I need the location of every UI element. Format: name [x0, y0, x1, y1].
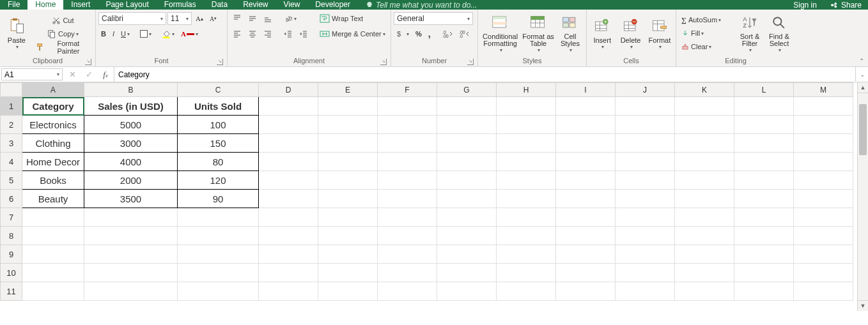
row-header-2[interactable]: 2: [1, 116, 22, 134]
cell-M11[interactable]: [794, 282, 853, 301]
cell-L4[interactable]: [734, 153, 794, 171]
cell-C5[interactable]: 120: [178, 171, 259, 190]
cell-E4[interactable]: [318, 153, 378, 171]
cell-K10[interactable]: [675, 264, 734, 282]
col-header-E[interactable]: E: [318, 83, 378, 97]
increase-decimal-button[interactable]: .0.00: [440, 27, 455, 40]
cell-L10[interactable]: [734, 264, 794, 282]
cell-G1[interactable]: [437, 97, 497, 116]
comma-button[interactable]: ,: [426, 27, 433, 40]
italic-button[interactable]: I: [110, 27, 117, 40]
cell-L5[interactable]: [734, 171, 794, 190]
cell-J10[interactable]: [616, 264, 675, 282]
enter-formula-button[interactable]: ✓: [81, 70, 97, 79]
cell-F1[interactable]: [378, 97, 437, 116]
cell-B11[interactable]: [84, 282, 178, 301]
cell-A4[interactable]: Home Decor: [22, 153, 84, 171]
cell-H9[interactable]: [497, 245, 556, 264]
row-header-10[interactable]: 10: [1, 264, 22, 282]
cell-J9[interactable]: [616, 245, 675, 264]
col-header-F[interactable]: F: [378, 83, 437, 97]
tell-me-search[interactable]: Tell me what you want to do...: [358, 1, 484, 10]
cell-I3[interactable]: [556, 134, 616, 153]
cell-D10[interactable]: [259, 264, 318, 282]
cell-D3[interactable]: [259, 134, 318, 153]
cell-F8[interactable]: [378, 227, 437, 245]
bold-button[interactable]: B: [98, 27, 109, 40]
cell-E9[interactable]: [318, 245, 378, 264]
cell-H10[interactable]: [497, 264, 556, 282]
cell-I6[interactable]: [556, 190, 616, 208]
align-top-button[interactable]: [230, 12, 244, 25]
cell-E1[interactable]: [318, 97, 378, 116]
cell-E8[interactable]: [318, 227, 378, 245]
cell-D5[interactable]: [259, 171, 318, 190]
cell-M5[interactable]: [794, 171, 853, 190]
cell-A2[interactable]: Electronics: [22, 116, 84, 134]
cell-F10[interactable]: [378, 264, 437, 282]
cell-J7[interactable]: [616, 208, 675, 227]
cell-A9[interactable]: [22, 245, 84, 264]
alignment-launcher[interactable]: ↘: [380, 59, 387, 65]
cell-M10[interactable]: [794, 264, 853, 282]
expand-formula-bar-button[interactable]: ⌄: [855, 67, 868, 82]
tab-data[interactable]: Data: [204, 0, 235, 10]
format-as-table-button[interactable]: Format as Table▾: [522, 12, 554, 54]
cell-C6[interactable]: 90: [178, 190, 259, 208]
orientation-button[interactable]: ab▾: [281, 12, 299, 25]
cell-F3[interactable]: [378, 134, 437, 153]
cell-H6[interactable]: [497, 190, 556, 208]
cell-H4[interactable]: [497, 153, 556, 171]
cell-G9[interactable]: [437, 245, 497, 264]
font-launcher[interactable]: ↘: [217, 59, 223, 65]
cell-J4[interactable]: [616, 153, 675, 171]
cell-E7[interactable]: [318, 208, 378, 227]
cell-A10[interactable]: [22, 264, 84, 282]
autosum-button[interactable]: ∑ AutoSum▾: [679, 13, 734, 26]
cell-C3[interactable]: 150: [178, 134, 259, 153]
cell-C1[interactable]: Units Sold: [178, 97, 259, 116]
col-header-I[interactable]: I: [556, 83, 616, 97]
cell-L6[interactable]: [734, 190, 794, 208]
percent-button[interactable]: %: [413, 27, 424, 40]
fill-color-button[interactable]: ▾: [159, 27, 177, 40]
cell-B2[interactable]: 5000: [84, 116, 178, 134]
cancel-formula-button[interactable]: ✕: [64, 70, 81, 79]
cell-M7[interactable]: [794, 208, 853, 227]
cell-G8[interactable]: [437, 227, 497, 245]
cell-D4[interactable]: [259, 153, 318, 171]
cell-B1[interactable]: Sales (in USD): [84, 97, 178, 116]
cell-G10[interactable]: [437, 264, 497, 282]
cell-F7[interactable]: [378, 208, 437, 227]
cell-B9[interactable]: [84, 245, 178, 264]
cell-A11[interactable]: [22, 282, 84, 301]
cell-E11[interactable]: [318, 282, 378, 301]
cell-J2[interactable]: [616, 116, 675, 134]
cell-A1[interactable]: Category: [22, 97, 84, 116]
tab-file[interactable]: File: [0, 0, 27, 10]
cell-L9[interactable]: [734, 245, 794, 264]
col-header-M[interactable]: M: [794, 83, 853, 97]
collapse-ribbon-button[interactable]: ⌃: [859, 57, 864, 64]
row-header-7[interactable]: 7: [1, 208, 22, 227]
row-header-3[interactable]: 3: [1, 134, 22, 153]
col-header-H[interactable]: H: [497, 83, 556, 97]
paste-button[interactable]: Paste▾: [3, 12, 31, 54]
cell-L1[interactable]: [734, 97, 794, 116]
cell-I5[interactable]: [556, 171, 616, 190]
cell-I4[interactable]: [556, 153, 616, 171]
cell-B7[interactable]: [84, 208, 178, 227]
cell-H7[interactable]: [497, 208, 556, 227]
cell-C7[interactable]: [178, 208, 259, 227]
borders-button[interactable]: ▾: [137, 27, 154, 40]
delete-cells-button[interactable]: Delete▾: [617, 12, 643, 54]
cell-A8[interactable]: [22, 227, 84, 245]
cell-F4[interactable]: [378, 153, 437, 171]
cell-K7[interactable]: [675, 208, 734, 227]
align-left-button[interactable]: [230, 27, 244, 40]
cell-B3[interactable]: 3000: [84, 134, 178, 153]
cell-K8[interactable]: [675, 227, 734, 245]
cell-K5[interactable]: [675, 171, 734, 190]
cell-D6[interactable]: [259, 190, 318, 208]
cell-C2[interactable]: 100: [178, 116, 259, 134]
